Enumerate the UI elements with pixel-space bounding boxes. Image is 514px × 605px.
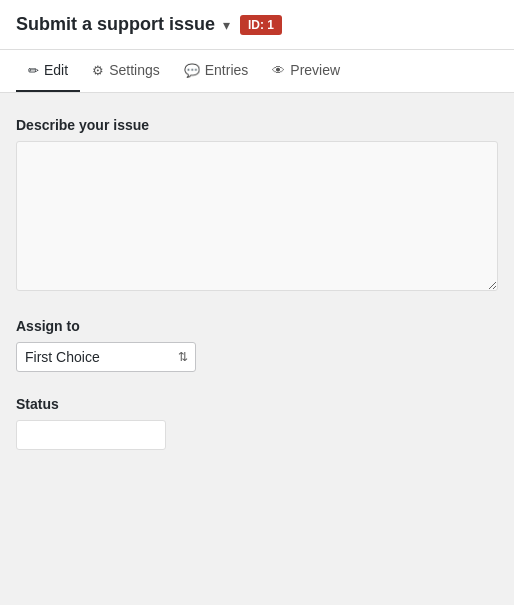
status-input[interactable] [16,420,166,450]
status-field-group: Status [16,396,498,450]
tab-edit-label: Edit [44,62,68,78]
tab-preview-label: Preview [290,62,340,78]
id-badge: ID: 1 [240,15,282,35]
header: Submit a support issue ▾ ID: 1 [0,0,514,50]
describe-textarea[interactable] [16,141,498,291]
tab-edit[interactable]: ✏ Edit [16,50,80,92]
main-content: Describe your issue Assign to First Choi… [0,93,514,498]
describe-label: Describe your issue [16,117,498,133]
assign-select-wrapper: First Choice Second Choice Third Choice … [16,342,196,372]
tabs-bar: ✏ Edit ⚙ Settings 💬 Entries 👁 Preview [0,50,514,93]
assign-label: Assign to [16,318,498,334]
tab-entries-label: Entries [205,62,249,78]
entries-icon: 💬 [184,63,200,78]
tab-entries[interactable]: 💬 Entries [172,50,261,92]
tab-preview[interactable]: 👁 Preview [260,50,352,92]
settings-icon: ⚙ [92,63,104,78]
describe-field-group: Describe your issue [16,117,498,294]
preview-icon: 👁 [272,63,285,78]
status-label: Status [16,396,498,412]
chevron-down-icon[interactable]: ▾ [223,17,230,33]
tab-settings-label: Settings [109,62,160,78]
tab-settings[interactable]: ⚙ Settings [80,50,172,92]
assign-select[interactable]: First Choice Second Choice Third Choice [16,342,196,372]
edit-icon: ✏ [28,63,39,78]
assign-field-group: Assign to First Choice Second Choice Thi… [16,318,498,372]
page-title: Submit a support issue [16,14,215,35]
